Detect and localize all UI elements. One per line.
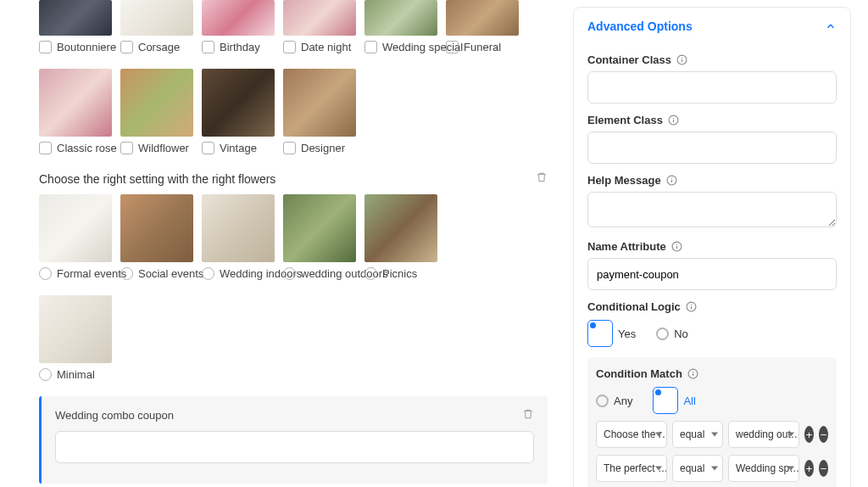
gallery-item: Social events xyxy=(120,194,193,280)
add-rule-button[interactable]: + xyxy=(804,460,814,477)
info-icon[interactable] xyxy=(686,301,698,313)
field-select[interactable]: Choose the r… xyxy=(596,421,667,448)
thumbnail xyxy=(120,69,193,137)
checkbox-option[interactable]: Boutonniere xyxy=(39,41,112,53)
container-class-input[interactable] xyxy=(587,71,837,104)
gallery-item: Formal events xyxy=(39,194,112,280)
checkbox-icon xyxy=(202,142,214,154)
setting-row-2: Minimal xyxy=(39,295,548,381)
operator-select[interactable]: equal xyxy=(672,455,723,482)
radio-icon xyxy=(202,267,214,280)
option-label: Funeral xyxy=(464,41,501,53)
delete-card-icon[interactable] xyxy=(522,408,534,423)
checkbox-option[interactable]: Corsage xyxy=(120,41,193,53)
thumbnail xyxy=(283,194,356,262)
condition-match-label: Condition Match xyxy=(596,367,828,380)
conditional-yes-radio[interactable]: Yes xyxy=(587,320,636,347)
gallery-item: Vintage xyxy=(202,69,275,154)
gallery-item: Wedding indoors xyxy=(202,194,275,280)
svg-rect-5 xyxy=(673,120,674,122)
thumbnail xyxy=(39,0,112,36)
option-label: Birthday xyxy=(220,41,260,53)
svg-point-16 xyxy=(693,372,693,372)
radio-icon xyxy=(364,267,377,280)
checkbox-option[interactable]: Vintage xyxy=(202,142,275,154)
element-class-input[interactable] xyxy=(587,132,837,164)
info-icon[interactable] xyxy=(671,241,683,253)
checkbox-option[interactable]: Date night xyxy=(283,41,356,53)
gallery-item: Designer xyxy=(283,69,356,154)
gallery-item: wedding outdoors xyxy=(283,194,356,280)
checkbox-option[interactable]: Designer xyxy=(283,142,356,154)
checkbox-option[interactable]: Funeral xyxy=(446,41,519,53)
option-label: Minimal xyxy=(57,368,95,381)
value-select[interactable]: wedding out… xyxy=(728,421,799,448)
radio-option[interactable]: Picnics xyxy=(364,267,437,280)
name-attribute-input[interactable] xyxy=(587,258,837,290)
value-select[interactable]: Wedding sp… xyxy=(728,455,799,482)
help-message-input[interactable] xyxy=(587,192,837,227)
delete-section-icon[interactable] xyxy=(536,171,548,186)
chevron-up-icon xyxy=(825,20,837,32)
radio-option[interactable]: Social events xyxy=(120,267,193,280)
conditional-logic-label: Conditional Logic xyxy=(587,300,837,313)
remove-rule-button[interactable]: − xyxy=(819,460,828,477)
thumbnail xyxy=(202,69,275,137)
radio-icon xyxy=(39,368,52,381)
conditional-no-radio[interactable]: No xyxy=(656,320,688,347)
coupon-input[interactable] xyxy=(55,431,534,463)
element-class-label: Element Class xyxy=(587,114,837,126)
option-label: Picnics xyxy=(382,267,417,280)
thumbnail xyxy=(202,0,275,36)
svg-point-1 xyxy=(682,58,682,59)
gallery-item: Wildflower xyxy=(120,69,193,154)
match-all-radio[interactable]: All xyxy=(653,387,695,414)
thumbnail xyxy=(364,194,437,262)
info-icon[interactable] xyxy=(668,115,680,126)
coupon-form-card[interactable]: Wedding combo coupon xyxy=(39,396,548,484)
section-heading: Choose the right setting with the right … xyxy=(39,171,548,186)
checkbox-icon xyxy=(364,41,377,53)
form-builder-main: BoutonniereCorsageBirthdayDate nightWedd… xyxy=(0,0,573,487)
match-any-radio[interactable]: Any xyxy=(596,387,632,414)
gallery-item: Wedding special xyxy=(364,0,437,53)
checkbox-icon xyxy=(446,41,459,53)
condition-match-box: Condition Match Any All Choose the r…equ… xyxy=(587,357,837,487)
checkbox-option[interactable]: Birthday xyxy=(202,41,275,53)
svg-rect-8 xyxy=(671,180,672,182)
option-label: Corsage xyxy=(138,41,180,53)
thumbnail xyxy=(283,0,356,36)
radio-option[interactable]: wedding outdoors xyxy=(283,267,356,280)
radio-option[interactable]: Minimal xyxy=(39,368,112,381)
thumbnail xyxy=(120,194,193,262)
thumbnail xyxy=(202,194,275,262)
operator-select[interactable]: equal xyxy=(672,421,723,448)
checkbox-option[interactable]: Wildflower xyxy=(120,142,193,154)
checkbox-icon xyxy=(120,41,133,53)
option-label: Social events xyxy=(138,267,203,280)
checkbox-option[interactable]: Wedding special xyxy=(364,41,437,53)
condition-rule-row: Choose the r…equalwedding out…+− xyxy=(596,421,828,448)
radio-icon xyxy=(283,267,296,280)
field-select[interactable]: The perfect … xyxy=(596,455,667,482)
radio-option[interactable]: Wedding indoors xyxy=(202,267,275,280)
thumbnail xyxy=(39,295,112,363)
radio-icon xyxy=(120,267,133,280)
flower-row-2: Classic roseWildflowerVintageDesigner xyxy=(39,69,548,154)
name-attribute-label: Name Attribute xyxy=(587,240,837,253)
checkbox-icon xyxy=(283,41,296,53)
info-icon[interactable] xyxy=(687,368,699,380)
advanced-options-header[interactable]: Advanced Options xyxy=(587,8,837,43)
radio-option[interactable]: Formal events xyxy=(39,267,112,280)
gallery-item: Minimal xyxy=(39,295,112,381)
flower-row-1: BoutonniereCorsageBirthdayDate nightWedd… xyxy=(39,0,548,53)
radio-icon xyxy=(39,267,52,280)
remove-rule-button[interactable]: − xyxy=(819,426,828,443)
info-icon[interactable] xyxy=(676,54,688,66)
gallery-item: Date night xyxy=(283,0,356,53)
thumbnail xyxy=(364,0,437,36)
info-icon[interactable] xyxy=(666,175,678,187)
checkbox-option[interactable]: Classic rose xyxy=(39,142,112,154)
add-rule-button[interactable]: + xyxy=(804,426,814,443)
checkbox-icon xyxy=(202,41,214,53)
